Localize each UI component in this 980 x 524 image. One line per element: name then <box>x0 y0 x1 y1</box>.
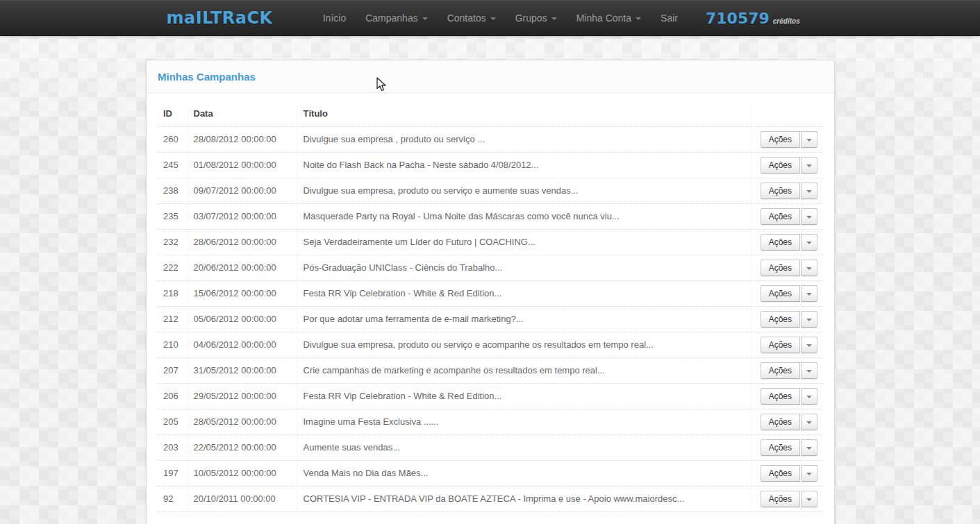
caret-down-icon <box>806 447 812 450</box>
card-body: ID Data Título 26028/08/2012 00:00:00Div… <box>147 93 834 523</box>
credits-value: 710579 <box>706 10 770 27</box>
campaigns-table: ID Data Título 26028/08/2012 00:00:00Div… <box>158 105 823 512</box>
table-row: 22220/06/2012 00:00:00Pós-Graduação UNIC… <box>158 255 823 281</box>
nav-item-label: Sair <box>661 12 678 24</box>
top-navbar: maILTRaCK InícioCampanhasContatosGruposM… <box>0 0 980 36</box>
credits-display: 710579 créditos <box>706 10 800 27</box>
campaign-actions-cell: Ações <box>751 435 823 461</box>
campaign-title-cell: Por que adotar uma ferramenta de e-mail … <box>297 307 751 332</box>
mailtrack-logo[interactable]: maILTRaCK <box>167 8 273 28</box>
actions-caret-button[interactable] <box>801 414 817 430</box>
campaign-id-cell: 232 <box>158 230 188 255</box>
nav-item-inicio[interactable]: Início <box>313 0 356 36</box>
campaign-id-cell: 222 <box>158 255 188 281</box>
actions-caret-button[interactable] <box>801 337 817 353</box>
campaign-actions-cell: Ações <box>751 358 823 384</box>
actions-caret-button[interactable] <box>801 465 817 482</box>
actions-button[interactable]: Ações <box>761 439 800 456</box>
campaign-actions-cell: Ações <box>751 487 823 512</box>
actions-caret-button[interactable] <box>801 285 817 302</box>
campaign-id-cell: 245 <box>158 153 188 178</box>
nav-item-grupos[interactable]: Grupos <box>506 0 567 36</box>
table-row: 20629/05/2012 00:00:00Festa RR Vip Celeb… <box>158 384 823 409</box>
campaign-id-cell: 235 <box>158 204 188 230</box>
col-header-actions <box>751 105 823 127</box>
nav-item-sair[interactable]: Sair <box>651 0 688 36</box>
actions-button[interactable]: Ações <box>761 311 800 328</box>
nav-item-minha-conta[interactable]: Minha Conta <box>567 0 651 36</box>
actions-caret-button[interactable] <box>801 311 817 328</box>
actions-button[interactable]: Ações <box>761 157 800 174</box>
actions-caret-button[interactable] <box>801 234 817 251</box>
table-row: 23809/07/2012 00:00:00Divulgue sua empre… <box>158 178 823 204</box>
actions-button[interactable]: Ações <box>761 362 800 379</box>
actions-split-button: Ações <box>761 157 817 174</box>
actions-caret-button[interactable] <box>801 157 817 174</box>
nav-item-label: Grupos <box>515 12 547 24</box>
table-row: 20731/05/2012 00:00:00Crie campanhas de … <box>158 358 823 384</box>
actions-caret-button[interactable] <box>801 131 817 148</box>
actions-button[interactable]: Ações <box>761 285 800 302</box>
campaign-date-cell: 01/08/2012 00:00:00 <box>188 153 297 178</box>
actions-split-button: Ações <box>761 234 817 251</box>
actions-split-button: Ações <box>761 183 817 199</box>
campaign-id-cell: 218 <box>158 281 188 307</box>
actions-button[interactable]: Ações <box>761 491 800 507</box>
actions-button[interactable]: Ações <box>761 208 800 225</box>
campaign-table-body: 26028/08/2012 00:00:00Divulgue sua empre… <box>158 127 823 512</box>
actions-button[interactable]: Ações <box>761 234 800 251</box>
table-row: 24501/08/2012 00:00:00Noite do Flash Bac… <box>158 153 823 178</box>
campaign-title-cell: Seja Verdadeiramente um Líder do Futuro … <box>297 230 751 255</box>
campaign-title-cell: CORTESIA VIP - ENTRADA VIP da BOATE AZTE… <box>297 487 751 512</box>
actions-caret-button[interactable] <box>801 439 817 456</box>
campaign-id-cell: 212 <box>158 307 188 332</box>
actions-caret-button[interactable] <box>801 260 817 276</box>
table-header-row: ID Data Título <box>158 105 823 127</box>
campaign-title-cell: Festa RR Vip Celebration - White & Red E… <box>297 384 751 409</box>
caret-down-icon <box>806 190 812 193</box>
actions-caret-button[interactable] <box>801 362 817 379</box>
campaign-title-cell: Divulgue sua empresa, produto ou serviço… <box>297 178 751 204</box>
actions-caret-button[interactable] <box>801 491 817 507</box>
nav-item-contatos[interactable]: Contatos <box>438 0 506 36</box>
campaign-id-cell: 92 <box>158 487 188 512</box>
page-title: Minhas Campanhas <box>158 71 823 83</box>
actions-caret-button[interactable] <box>801 183 817 199</box>
campaign-id-cell: 238 <box>158 178 188 204</box>
actions-caret-button[interactable] <box>801 388 817 405</box>
caret-down-icon <box>806 293 812 296</box>
actions-button[interactable]: Ações <box>761 388 800 405</box>
campaign-title-cell: Divulgue sua empresa , produto ou serviç… <box>297 127 751 153</box>
campaign-id-cell: 206 <box>158 384 188 409</box>
main-nav: InícioCampanhasContatosGruposMinha Conta… <box>313 0 688 36</box>
campaigns-card: Minhas Campanhas ID Data Título 26028/08… <box>146 60 835 524</box>
nav-item-campanhas[interactable]: Campanhas <box>356 0 438 36</box>
campaign-title-cell: Aumente suas vendas... <box>297 435 751 461</box>
nav-item-label: Contatos <box>447 12 486 24</box>
campaign-title-cell: Venda Mais no Dia das Mães... <box>297 461 751 487</box>
actions-split-button: Ações <box>761 414 817 430</box>
actions-button[interactable]: Ações <box>761 131 800 148</box>
chevron-down-icon <box>551 17 557 20</box>
actions-caret-button[interactable] <box>801 208 817 225</box>
col-header-titulo: Título <box>297 105 751 127</box>
campaign-date-cell: 31/05/2012 00:00:00 <box>188 358 297 384</box>
campaign-actions-cell: Ações <box>751 127 823 153</box>
actions-split-button: Ações <box>761 388 817 405</box>
table-row: 20322/05/2012 00:00:00Aumente suas venda… <box>158 435 823 461</box>
actions-button[interactable]: Ações <box>761 337 800 353</box>
campaign-actions-cell: Ações <box>751 255 823 281</box>
actions-split-button: Ações <box>761 311 817 328</box>
campaign-title-cell: Festa RR Vip Celebration - White & Red E… <box>297 281 751 307</box>
caret-down-icon <box>806 319 812 321</box>
campaign-date-cell: 03/07/2012 00:00:00 <box>188 204 297 230</box>
caret-down-icon <box>806 242 812 244</box>
chevron-down-icon <box>422 17 428 20</box>
campaign-actions-cell: Ações <box>751 153 823 178</box>
actions-button[interactable]: Ações <box>761 183 800 199</box>
actions-button[interactable]: Ações <box>761 414 800 430</box>
actions-button[interactable]: Ações <box>761 260 800 276</box>
actions-split-button: Ações <box>761 362 817 379</box>
actions-button[interactable]: Ações <box>761 465 800 482</box>
campaign-date-cell: 28/08/2012 00:00:00 <box>188 127 297 153</box>
